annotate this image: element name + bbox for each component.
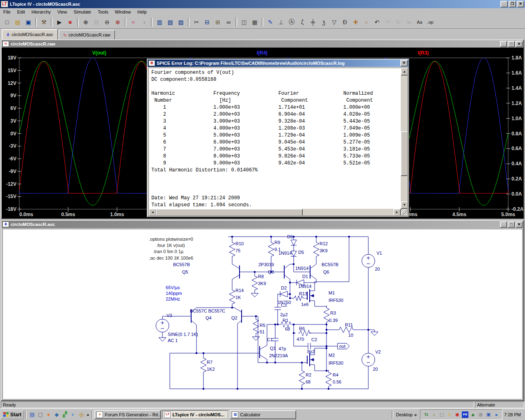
quick-launch-photos-icon[interactable]: ▞	[61, 411, 69, 419]
scroll-right-icon[interactable]: ►	[393, 209, 401, 216]
component-label[interactable]: R1	[283, 318, 288, 323]
component-label[interactable]: IRF530	[329, 361, 343, 365]
rotate-icon[interactable]: ↻	[393, 17, 403, 27]
vscroll-thumb[interactable]	[401, 131, 408, 176]
zoom-out-icon[interactable]: ⊖	[102, 17, 112, 27]
component-label[interactable]: Q8	[268, 269, 274, 274]
comment-text[interactable]: 22MHz	[166, 297, 180, 301]
component-label[interactable]: V3	[167, 313, 172, 318]
component-label[interactable]: 470	[297, 337, 304, 342]
component-icon[interactable]: Ð	[340, 17, 350, 27]
paste-icon[interactable]: ⊞	[213, 17, 223, 27]
schematic-window-title-bar[interactable]: ⋔ circloMOScascR.asc _ □ ✕	[2, 221, 523, 228]
ground-icon[interactable]: ⊥	[276, 17, 286, 27]
component-label[interactable]: C3	[281, 303, 287, 308]
comment-text[interactable]: 140ppm	[166, 291, 182, 296]
component-label[interactable]: R8	[258, 274, 264, 279]
menu-file[interactable]: File	[0, 9, 14, 15]
component-label[interactable]: V1	[377, 251, 382, 256]
component-label[interactable]: IRF530	[329, 298, 343, 303]
component-label[interactable]: C1	[267, 337, 273, 342]
print-icon[interactable]: ▦	[250, 17, 260, 27]
trace-label-V(out)[interactable]: V(out)	[92, 50, 107, 56]
quick-launch-chevron[interactable]: »	[87, 412, 89, 417]
spice-directive-icon[interactable]: .op	[425, 17, 435, 27]
tray-language-icon[interactable]: FR	[462, 411, 468, 418]
comment-text[interactable]: 65V/µs	[166, 285, 180, 290]
component-label[interactable]: 1N914	[278, 251, 292, 256]
component-label[interactable]: 3K9	[258, 281, 266, 286]
task-button-Calculator[interactable]: ▦Calculator	[230, 410, 296, 419]
quick-launch-messenger-icon[interactable]: ◆	[52, 411, 61, 419]
pause-icon[interactable]: ◑	[139, 17, 149, 27]
new-window-icon[interactable]: ▨	[176, 17, 186, 27]
quick-launch-mail-icon[interactable]: ▤	[28, 411, 36, 419]
component-label[interactable]: BC557C BC557C	[190, 308, 225, 313]
component-label[interactable]: SINE(0 1.7 1K)	[168, 332, 198, 337]
tray-update-icon[interactable]: ●	[493, 411, 500, 418]
component-label[interactable]: 0.39	[329, 318, 338, 323]
component-label[interactable]: M2	[329, 353, 335, 358]
schem-maximize-button[interactable]: □	[508, 221, 515, 228]
restore-button[interactable]: ❐	[509, 1, 516, 7]
autorange-icon[interactable]: ≈	[128, 17, 138, 27]
task-button-LTspice IV - circloMOS...[interactable]: LTLTspice IV - circloMOS...	[162, 410, 228, 419]
component-label[interactable]: 1K2	[207, 367, 215, 372]
component-label[interactable]: D1	[302, 274, 308, 279]
new-schematic-icon[interactable]: □	[2, 17, 12, 27]
component-label[interactable]: 2µ2	[280, 312, 288, 317]
component-label[interactable]: 51	[260, 329, 265, 334]
component-label[interactable]: 1N914	[298, 284, 311, 289]
component-label[interactable]: R14	[235, 288, 244, 293]
drag-icon[interactable]: ○	[361, 17, 371, 27]
redo-icon[interactable]: ↷	[383, 17, 393, 27]
component-label[interactable]: R9	[274, 240, 280, 245]
component-label[interactable]: 8p2	[307, 349, 315, 354]
zoom-in-icon[interactable]: ⊕	[81, 17, 91, 27]
schem-minimize-button[interactable]: _	[500, 221, 507, 228]
component-label[interactable]: R13	[299, 291, 307, 296]
menu-view[interactable]: View	[54, 9, 71, 15]
zoom-box-icon[interactable]: ⊡	[91, 17, 101, 27]
quick-launch-desktop-icon[interactable]: ▢	[36, 411, 44, 419]
component-label[interactable]: C2	[311, 337, 317, 342]
component-label[interactable]: R3	[330, 310, 336, 315]
component-label[interactable]: R4	[333, 372, 338, 377]
wave-close-button[interactable]: ✕	[516, 41, 523, 47]
spice-directive-text[interactable]: .four 1K v(out)	[156, 243, 185, 248]
task-button-Forum FS Generation - Ré...[interactable]: ●Forum FS Generation - Ré...	[94, 410, 161, 419]
menu-window[interactable]: Window	[112, 9, 134, 15]
net-label-icon[interactable]: Ⓐ	[287, 17, 297, 27]
error-log-title-bar[interactable]: ≣ SPICE Error Log: C:\Program Files\LTC\…	[148, 59, 409, 67]
tray-eject-icon[interactable]: ▢	[438, 411, 445, 418]
error-log-hscrollbar[interactable]: ◄ ►	[149, 209, 401, 215]
tray-remote-icon[interactable]: ⇆	[423, 411, 429, 418]
tray-power-icon[interactable]: ϟ	[446, 411, 453, 418]
scroll-down-icon[interactable]: ▼	[401, 201, 408, 209]
menu-hierarchy[interactable]: Hierarchy	[28, 9, 54, 15]
component-label[interactable]: R6	[299, 326, 305, 331]
component-label[interactable]: out	[339, 344, 345, 349]
undo-icon[interactable]: ↶	[372, 17, 382, 27]
tray-volume-icon[interactable]: ♪	[431, 411, 437, 418]
run-icon[interactable]: ▶	[55, 17, 64, 27]
tab-circloMOScascR.raw[interactable]: ∿circloMOScascR.raw	[59, 30, 115, 39]
tab-circloMOScascR.asc[interactable]: ⋔circloMOScascR.asc	[2, 29, 58, 39]
error-log-vscrollbar[interactable]: ▲ ▼	[401, 68, 407, 209]
component-label[interactable]: BC557B	[322, 262, 338, 267]
component-label[interactable]: Q2	[231, 315, 237, 320]
wave-minimize-button[interactable]: _	[500, 41, 507, 47]
spice-directive-text[interactable]: .options plotwinsize=0	[149, 237, 193, 242]
diode-icon[interactable]: ▽	[329, 17, 339, 27]
halt-icon[interactable]: ■	[65, 17, 75, 27]
component-label[interactable]: R11	[345, 322, 353, 327]
text-icon[interactable]: Aa	[415, 17, 425, 27]
spice-directive-text[interactable]: .tran 0 5m 0 1µ	[153, 249, 184, 254]
component-label[interactable]: 1N914	[295, 266, 308, 271]
waveform-window-title-bar[interactable]: ∿ circloMOScascR.raw _ □ ✕	[2, 40, 523, 48]
component-label[interactable]: 68	[285, 326, 290, 331]
print-preview-icon[interactable]: ◫	[239, 17, 249, 27]
quick-launch-search-icon[interactable]: ◎	[77, 411, 85, 419]
cascade-windows-icon[interactable]: ▧	[165, 17, 175, 27]
wire-icon[interactable]: ✎	[265, 17, 275, 27]
